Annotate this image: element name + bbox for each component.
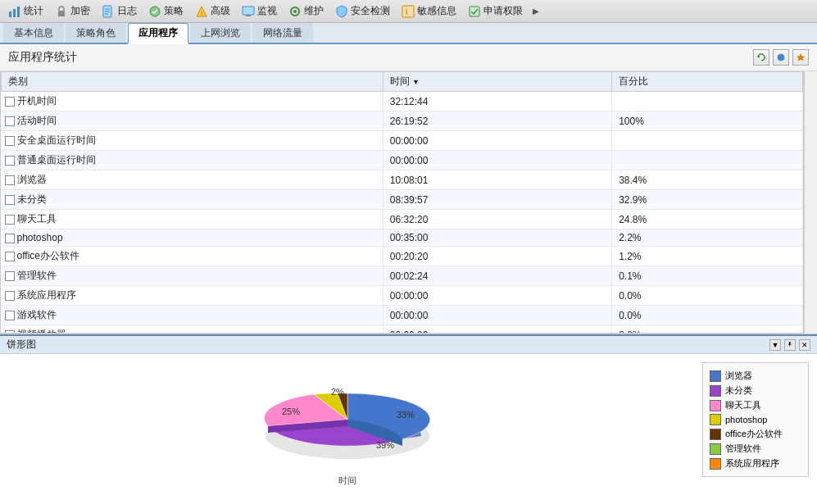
- legend-label: 系统应用程序: [725, 457, 779, 470]
- row-checkbox[interactable]: [5, 215, 15, 225]
- cell-percent: 1.2%: [612, 247, 803, 266]
- pie-legend: 浏览器未分类聊天工具photoshopoffice办公软件管理软件系统应用程序: [702, 362, 809, 477]
- pie-ctrl-down[interactable]: ▼: [769, 339, 781, 351]
- cell-time: 06:32:20: [383, 210, 611, 229]
- table-row[interactable]: 活动时间26:19:52100%: [2, 111, 803, 131]
- row-checkbox[interactable]: [5, 156, 15, 166]
- tab-basic-info[interactable]: 基本信息: [3, 23, 64, 43]
- row-checkbox[interactable]: [5, 97, 15, 107]
- table-row[interactable]: 游戏软件00:00:000.0%: [2, 306, 803, 325]
- pie-x-label: 时间: [338, 474, 356, 487]
- stats-btn-refresh[interactable]: [753, 49, 769, 66]
- cell-category: 活动时间: [2, 111, 384, 131]
- toolbar-item-log[interactable]: 日志: [97, 2, 142, 20]
- row-checkbox[interactable]: [5, 252, 15, 261]
- tab-web-browse[interactable]: 上网浏览: [190, 23, 251, 43]
- tab-network-flow[interactable]: 网络流量: [252, 23, 313, 43]
- stats-table-wrapper[interactable]: 类别 时间 ▼ 百分比 开机时间32:12:44活动时间26:: [0, 71, 804, 334]
- toolbar-item-advanced[interactable]: ! 高级: [190, 2, 235, 20]
- cell-percent: [612, 92, 803, 111]
- toolbar-item-encrypt[interactable]: 加密: [50, 2, 95, 20]
- svg-rect-1: [13, 9, 16, 17]
- table-row[interactable]: photoshop00:35:002.2%: [2, 229, 803, 247]
- cell-time: 00:00:00: [383, 151, 611, 170]
- cell-category: 游戏软件: [2, 306, 384, 325]
- cell-percent: [612, 151, 803, 170]
- tab-application[interactable]: 应用程序: [128, 23, 188, 44]
- pie-ctrl-close[interactable]: ✕: [799, 339, 810, 351]
- cell-time: 00:00:00: [383, 325, 611, 334]
- svg-rect-2: [17, 7, 20, 17]
- table-row[interactable]: 视频播放器00:00:000.0%: [2, 325, 803, 334]
- cell-category: 安全桌面运行时间: [2, 131, 384, 151]
- cell-percent: 0.1%: [612, 266, 803, 286]
- row-checkbox[interactable]: [5, 195, 15, 205]
- toolbar-item-security[interactable]: 安全检测: [330, 2, 395, 20]
- cell-percent: 38.4%: [612, 170, 803, 190]
- table-row[interactable]: 安全桌面运行时间00:00:00: [2, 131, 803, 151]
- cell-category: 普通桌面运行时间: [2, 151, 384, 170]
- cell-time: 10:08:01: [383, 170, 611, 190]
- advanced-icon: !: [195, 5, 208, 18]
- pie-ctrl-pin[interactable]: 🖈: [784, 339, 796, 351]
- svg-rect-17: [470, 7, 479, 16]
- toolbar-item-apply[interactable]: 申请权限: [463, 2, 528, 20]
- table-row[interactable]: 普通桌面运行时间00:00:00: [2, 151, 803, 170]
- stats-header: 应用程序统计: [0, 44, 817, 71]
- row-checkbox[interactable]: [5, 311, 15, 320]
- toolbar-item-monitor[interactable]: 监视: [237, 2, 282, 20]
- table-row[interactable]: 管理软件00:02:240.1%: [2, 266, 803, 286]
- toolbar-label-apply: 申请权限: [483, 4, 523, 18]
- toolbar-more-arrow[interactable]: ▶: [529, 5, 542, 17]
- toolbar-item-sensitive[interactable]: i 敏感信息: [397, 2, 461, 20]
- cell-time: 00:20:20: [383, 247, 611, 266]
- apply-icon: [468, 5, 481, 18]
- toolbar-item-policy[interactable]: 策略: [143, 2, 188, 20]
- legend-item: 浏览器: [710, 370, 801, 382]
- toolbar-item-stats[interactable]: 统计: [3, 2, 48, 20]
- row-checkbox[interactable]: [5, 271, 15, 281]
- tab-policy-role[interactable]: 策略角色: [66, 23, 126, 43]
- row-checkbox[interactable]: [5, 330, 15, 334]
- svg-rect-3: [58, 11, 65, 16]
- cell-percent: 0.0%: [612, 286, 803, 306]
- toolbar-label-security: 安全检测: [351, 4, 390, 18]
- table-row[interactable]: 系统应用程序00:00:000.0%: [2, 286, 803, 306]
- row-checkbox[interactable]: [5, 136, 15, 146]
- svg-point-19: [778, 54, 784, 61]
- table-row[interactable]: office办公软件00:20:201.2%: [2, 247, 803, 266]
- table-row[interactable]: 聊天工具06:32:2024.8%: [2, 210, 803, 229]
- legend-item: office办公软件: [710, 428, 801, 440]
- sort-icon: ▼: [412, 78, 420, 86]
- toolbar-label-monitor: 监视: [257, 4, 277, 18]
- row-checkbox[interactable]: [5, 291, 15, 301]
- row-checkbox[interactable]: [5, 175, 15, 185]
- cell-category: office办公软件: [2, 247, 384, 266]
- legend-label: photoshop: [725, 415, 767, 425]
- svg-rect-11: [243, 7, 254, 15]
- main-content: 应用程序统计 类别: [0, 44, 817, 504]
- svg-rect-0: [9, 11, 11, 17]
- table-row[interactable]: 浏览器10:08:0138.4%: [2, 170, 803, 190]
- scrollbar[interactable]: [804, 71, 817, 334]
- stats-btn-export[interactable]: [773, 49, 789, 66]
- pie-header: 饼形图 ▼ 🖈 ✕: [0, 336, 817, 354]
- pie-body: 33% 25% 2% 39% 时间 浏览器未分类聊天工具photoshopoff…: [0, 354, 817, 504]
- chart-icon: [8, 5, 21, 18]
- stats-btn-settings[interactable]: [792, 49, 809, 66]
- cell-category: 聊天工具: [2, 210, 384, 229]
- col-header-time[interactable]: 时间 ▼: [383, 72, 611, 92]
- table-row[interactable]: 未分类08:39:5732.9%: [2, 190, 803, 210]
- cell-time: 08:39:57: [383, 190, 611, 210]
- pie-controls: ▼ 🖈 ✕: [769, 339, 810, 351]
- stats-panel: 应用程序统计 类别: [0, 44, 817, 334]
- toolbar-item-maintain[interactable]: 维护: [284, 2, 329, 20]
- row-checkbox[interactable]: [5, 116, 15, 126]
- svg-rect-12: [246, 15, 251, 16]
- row-checkbox[interactable]: [5, 234, 15, 243]
- pie-chart-area: 33% 25% 2% 39% 时间: [8, 362, 686, 487]
- cell-percent: [612, 131, 803, 151]
- table-row[interactable]: 开机时间32:12:44: [2, 92, 803, 111]
- maintain-icon: [288, 5, 302, 18]
- stats-table: 类别 时间 ▼ 百分比 开机时间32:12:44活动时间26:: [1, 71, 803, 334]
